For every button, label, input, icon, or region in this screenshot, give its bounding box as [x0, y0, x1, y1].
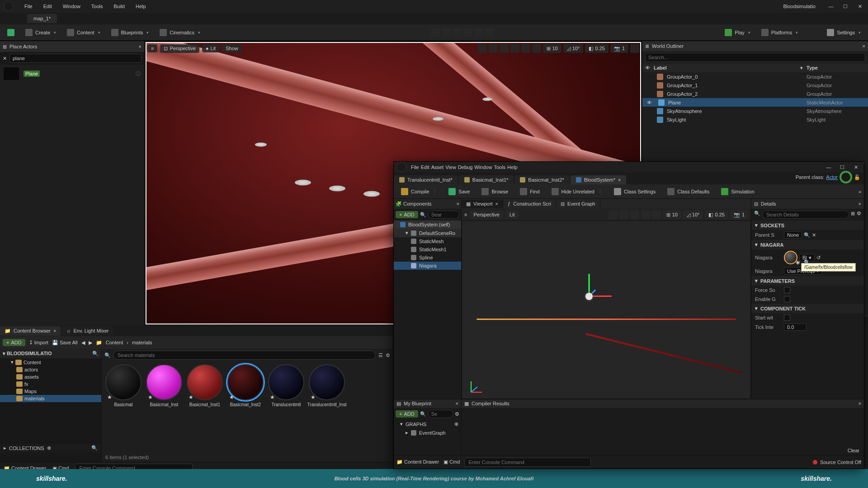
asset-item-selected[interactable]: ★Basicmat_Inst2 — [226, 364, 264, 450]
parent-socket-value[interactable]: None — [784, 231, 802, 239]
scale-tool-icon[interactable] — [510, 44, 519, 53]
asset-item[interactable]: ★Translucentmtl — [267, 364, 305, 450]
search-icon[interactable]: 🔍 — [92, 351, 99, 357]
component-item[interactable]: StaticMesh — [394, 237, 461, 245]
outliner-row[interactable]: SkyAtmosphereSkyAtmosphere — [642, 107, 868, 115]
bp-viewport[interactable] — [462, 221, 751, 399]
maximize-viewport-icon[interactable] — [630, 44, 639, 53]
select-tool-icon[interactable] — [609, 210, 618, 219]
breadcrumb-segment[interactable]: materials — [132, 340, 152, 345]
platforms-button[interactable]: Platforms▾ — [757, 27, 802, 38]
bp-menu-help[interactable]: Help — [507, 164, 518, 170]
plus-icon[interactable]: ⊕ — [454, 421, 458, 427]
outliner-row[interactable]: GroupActor_1GroupActor — [642, 81, 868, 89]
settings-button[interactable]: Settings▾ — [822, 27, 865, 38]
bp-menu-asset[interactable]: Asset — [431, 164, 444, 170]
hamburger-icon[interactable]: ≡ — [464, 212, 467, 217]
close-icon[interactable]: × — [139, 44, 142, 49]
mybp-add-button[interactable]: + ADD — [396, 410, 418, 418]
tree-item-selected[interactable]: materials — [0, 395, 101, 402]
breadcrumb-segment[interactable]: Content — [106, 340, 123, 345]
menu-file[interactable]: File — [19, 4, 38, 9]
map-tab[interactable]: map_1* — [27, 14, 57, 23]
bp-tab[interactable]: Basicmat_Inst1* — [459, 175, 514, 184]
bp-grid-snap[interactable]: ⊞ 10 — [663, 210, 681, 219]
hide-unrelated-button[interactable]: Hide Unrelated⋮ — [547, 186, 607, 197]
compile-button[interactable]: Compile⋮ — [396, 186, 441, 197]
cb-save-all-button[interactable]: 💾 Save All — [52, 340, 78, 346]
grid-view-icon[interactable]: ⊞ — [851, 211, 855, 219]
outliner-search[interactable] — [645, 53, 865, 62]
actor-item-plane[interactable]: Plane ⓘ — [0, 65, 144, 83]
cb-import-button[interactable]: ↧ Import — [29, 340, 48, 346]
close-icon[interactable]: × — [456, 401, 458, 407]
use-selected-icon[interactable]: ◉ — [796, 259, 800, 265]
close-icon[interactable]: × — [859, 201, 861, 206]
reset-icon[interactable]: ↺ — [816, 255, 821, 261]
info-icon[interactable]: ⓘ — [136, 70, 141, 77]
cb-asset-search[interactable] — [113, 351, 376, 360]
force-solo-checkbox[interactable] — [784, 287, 790, 293]
rotate-tool-icon[interactable] — [500, 44, 509, 53]
tree-item[interactable]: assets — [0, 373, 101, 380]
gear-icon[interactable]: ⚙ — [857, 211, 861, 219]
tree-item[interactable]: actors — [0, 366, 101, 373]
component-item[interactable]: StaticMesh1 — [394, 245, 461, 253]
window-close-button[interactable]: ✕ — [854, 1, 865, 12]
history-fwd-icon[interactable]: ▶ — [89, 340, 92, 346]
component-item[interactable]: ▾DefaultSceneRo — [394, 229, 461, 237]
search-icon[interactable]: 🔍 — [91, 445, 98, 451]
add-component-button[interactable]: + ADD — [396, 211, 418, 218]
close-icon[interactable]: × — [53, 328, 56, 334]
viewport-show[interactable]: Show — [222, 44, 242, 52]
bp-menu-view[interactable]: View — [445, 164, 456, 170]
viewport-menu[interactable]: ≡ — [147, 44, 157, 52]
fracture-icon[interactable] — [474, 28, 483, 37]
blueprints-button[interactable]: Blueprints▾ — [107, 27, 154, 38]
menu-help[interactable]: Help — [130, 4, 151, 9]
asset-item[interactable]: ★Translucentmtl_Inst — [308, 364, 346, 450]
bp-tab-active[interactable]: BloodSystem*× — [571, 175, 627, 184]
close-icon[interactable]: × — [495, 201, 498, 206]
tree-item[interactable]: fx — [0, 380, 101, 388]
tab-construction-script[interactable]: ƒConstruction Scri — [503, 200, 556, 208]
menu-edit[interactable]: Edit — [38, 4, 57, 9]
outliner-row[interactable]: GroupActor_0GroupActor — [642, 72, 868, 81]
bp-cmd-button[interactable]: ▣ Cmd — [443, 459, 460, 465]
bp-lit[interactable]: Lit — [506, 211, 519, 219]
components-panel-tab[interactable]: 🧩 Components — [396, 201, 431, 207]
outliner-row[interactable]: GroupActor_2GroupActor — [642, 89, 868, 98]
place-actors-search[interactable] — [9, 54, 142, 63]
select-tool-icon[interactable] — [478, 44, 487, 53]
outliner-row-selected[interactable]: 👁PlaneStaticMeshActor — [642, 98, 868, 107]
chevron-down-icon[interactable]: ▾ — [800, 65, 803, 71]
bp-content-drawer-button[interactable]: 📁 Content Drawer — [396, 459, 439, 465]
bp-camera-speed[interactable]: 📷 1 — [730, 210, 748, 219]
tab-viewport[interactable]: ▦Viewport× — [462, 200, 503, 208]
search-icon[interactable]: 🔍 — [804, 232, 810, 238]
select-mode-icon[interactable] — [431, 28, 440, 37]
settings-icon[interactable]: ⚙ — [386, 352, 390, 358]
column-label[interactable]: Label — [654, 65, 797, 71]
event-graph-item[interactable]: ▸ EventGraph — [394, 428, 461, 437]
enable-gpu-checkbox[interactable] — [784, 296, 790, 302]
window-maximize-button[interactable]: ☐ — [840, 1, 851, 12]
source-control-status[interactable]: Source Control Off — [813, 460, 861, 465]
simulation-button[interactable]: Simulation — [717, 186, 759, 197]
close-icon[interactable]: × — [457, 201, 459, 206]
bp-menu-window[interactable]: Window — [474, 164, 492, 170]
angle-snap[interactable]: ◿10° — [563, 44, 584, 53]
close-icon[interactable]: × — [618, 177, 621, 183]
foliage-icon[interactable] — [453, 28, 462, 37]
camera-speed[interactable]: 📷1 — [610, 44, 628, 53]
visibility-icon[interactable]: 👁 — [645, 65, 650, 71]
filter-icon[interactable]: ☰ — [378, 352, 383, 358]
cinematics-button[interactable]: Cinematics▾ — [155, 27, 204, 38]
visibility-icon[interactable]: 👁 — [647, 100, 652, 105]
graphs-section[interactable]: ▾ GRAPHS⊕ — [394, 420, 461, 428]
clear-button[interactable]: Clear — [848, 448, 859, 453]
component-self[interactable]: BloodSystem (self) — [394, 221, 461, 229]
window-minimize-button[interactable]: — — [826, 1, 836, 12]
browse-button[interactable]: Browse — [477, 186, 513, 197]
menu-build[interactable]: Build — [108, 4, 130, 9]
